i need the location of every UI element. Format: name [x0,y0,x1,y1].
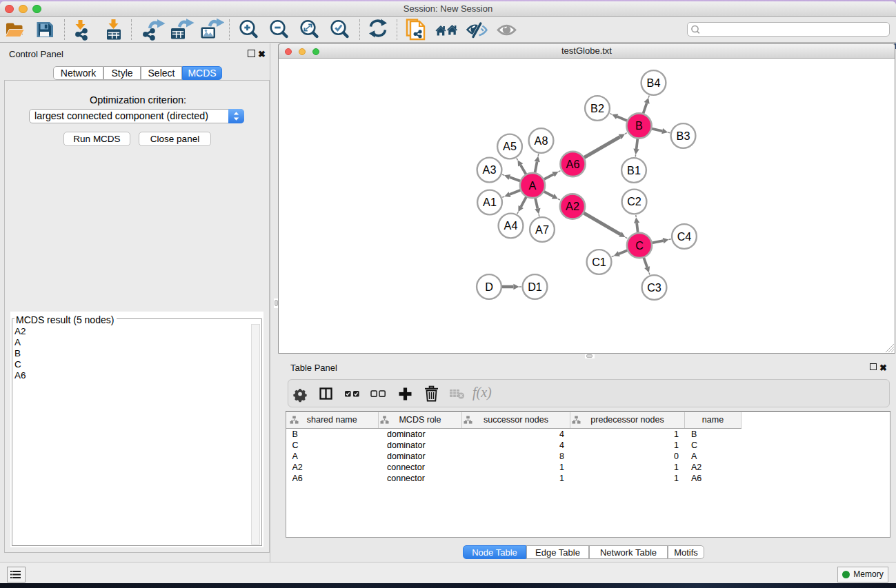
svg-text:D: D [485,281,493,293]
svg-text:A3: A3 [483,163,497,176]
svg-text:B4: B4 [647,77,661,89]
svg-text:B2: B2 [590,102,604,114]
svg-text:A6: A6 [566,158,580,170]
svg-text:A: A [529,179,537,192]
svg-text:C4: C4 [677,230,692,243]
svg-text:C1: C1 [592,256,606,268]
svg-text:C2: C2 [627,195,641,207]
svg-text:A2: A2 [566,200,579,212]
svg-text:B3: B3 [677,130,690,142]
svg-text:A5: A5 [503,140,517,152]
svg-text:B1: B1 [627,164,641,176]
svg-text:A1: A1 [483,196,497,208]
svg-text:A4: A4 [504,219,518,232]
svg-text:C3: C3 [647,281,661,294]
svg-text:B: B [635,119,643,132]
svg-text:C: C [635,239,644,252]
svg-text:D1: D1 [528,281,542,293]
svg-text:A8: A8 [535,134,548,147]
svg-text:A7: A7 [535,223,549,236]
